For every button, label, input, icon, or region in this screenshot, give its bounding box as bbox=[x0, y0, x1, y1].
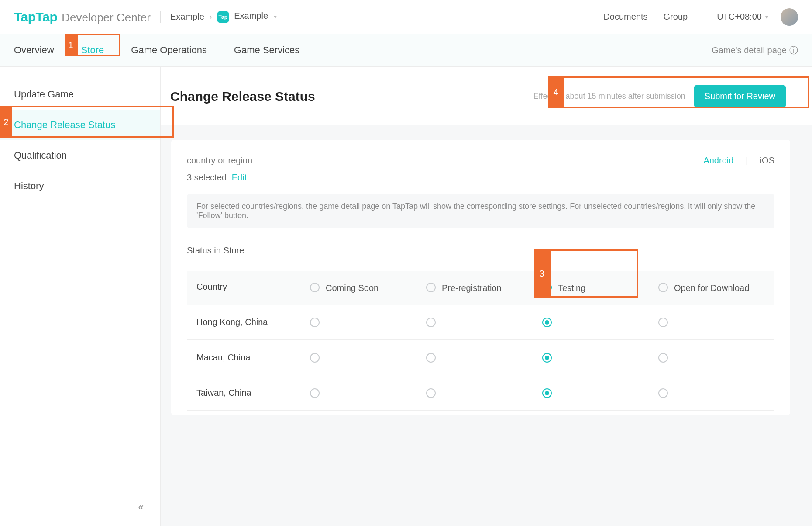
radio-testing[interactable] bbox=[542, 353, 552, 363]
tab-game-services[interactable]: Game Services bbox=[234, 45, 299, 56]
sidebar-item-history[interactable]: History bbox=[0, 171, 160, 201]
platform-ios[interactable]: iOS bbox=[760, 156, 774, 165]
callout-2-box bbox=[0, 106, 174, 138]
callout-1: 1 bbox=[65, 34, 77, 56]
logo-secondary: Developer Center bbox=[62, 11, 151, 24]
radio-coming-soon[interactable] bbox=[310, 353, 320, 363]
col-country-header: Country bbox=[196, 282, 310, 292]
chevron-down-icon: ▾ bbox=[765, 14, 768, 21]
release-card: country or region 3 selected Edit Androi… bbox=[171, 140, 790, 415]
radio-pre-registration[interactable] bbox=[426, 388, 436, 398]
main-content: country or region 3 selected Edit Androi… bbox=[161, 125, 812, 526]
radio-pre-registration[interactable] bbox=[426, 353, 436, 363]
status-section-label: Status in Store bbox=[187, 246, 774, 256]
sidebar-item-update-game[interactable]: Update Game bbox=[0, 79, 160, 110]
tab-overview[interactable]: Overview bbox=[14, 45, 54, 56]
row-country: Macau, China bbox=[196, 353, 310, 363]
nav-group[interactable]: Group bbox=[664, 12, 688, 22]
top-header: TapTap Developer Center Example › Tap Ex… bbox=[0, 0, 812, 34]
radio-pre-registration[interactable] bbox=[426, 318, 436, 327]
callout-2: 2 bbox=[0, 106, 12, 138]
col-coming-soon[interactable]: Coming Soon bbox=[310, 282, 426, 294]
platform-tabs: Android | iOS bbox=[703, 156, 774, 166]
callout-3: 3 bbox=[534, 249, 549, 298]
app-icon: Tap bbox=[217, 11, 229, 23]
radio-testing[interactable] bbox=[542, 318, 552, 327]
logo[interactable]: TapTap Developer Center bbox=[14, 10, 151, 24]
col-pre-registration[interactable]: Pre-registration bbox=[426, 282, 542, 294]
divider bbox=[701, 11, 701, 23]
chevron-right-circle-icon: ⓘ bbox=[789, 45, 798, 56]
collapse-sidebar-icon[interactable]: « bbox=[138, 502, 144, 513]
platform-android[interactable]: Android bbox=[703, 156, 733, 165]
table-row: Taiwan, China bbox=[187, 375, 774, 411]
breadcrumb-root[interactable]: Example bbox=[170, 12, 204, 22]
avatar[interactable] bbox=[781, 8, 798, 26]
row-country: Taiwan, China bbox=[196, 388, 310, 398]
breadcrumb-app[interactable]: Example bbox=[234, 11, 268, 21]
timezone-value: UTC+08:00 bbox=[717, 12, 762, 22]
country-section-label: country or region bbox=[187, 156, 252, 166]
chevron-down-icon[interactable]: ▾ bbox=[274, 13, 277, 20]
table-row: Macau, China bbox=[187, 340, 774, 375]
nav-documents[interactable]: Documents bbox=[603, 12, 647, 22]
main: Change Release Status Effective about 15… bbox=[161, 67, 812, 526]
table-row: Hong Kong, China bbox=[187, 305, 774, 340]
radio-coming-soon[interactable] bbox=[310, 318, 320, 327]
col-open-for-download[interactable]: Open for Download bbox=[658, 282, 774, 294]
radio-open-for-download[interactable] bbox=[658, 318, 668, 327]
table-header: Country Coming Soon Pre-registration Tes… bbox=[187, 271, 774, 305]
logo-primary: TapTap bbox=[14, 10, 57, 24]
callout-3-box bbox=[549, 249, 638, 298]
edit-countries-link[interactable]: Edit bbox=[232, 173, 247, 182]
callout-1-box bbox=[77, 34, 120, 56]
callout-4-box bbox=[563, 76, 809, 108]
radio-open-for-download[interactable] bbox=[658, 353, 668, 363]
row-country: Hong Kong, China bbox=[196, 317, 310, 327]
radio-testing[interactable] bbox=[542, 388, 552, 398]
sidebar-item-qualification[interactable]: Qualification bbox=[0, 140, 160, 171]
status-table: Country Coming Soon Pre-registration Tes… bbox=[187, 271, 774, 411]
callout-4: 4 bbox=[548, 76, 563, 108]
radio-open-for-download[interactable] bbox=[658, 388, 668, 398]
selected-count: 3 selected bbox=[187, 173, 227, 182]
game-detail-label: Game's detail page bbox=[712, 45, 787, 55]
divider: | bbox=[746, 156, 748, 165]
info-banner: For selected countries/regions, the game… bbox=[187, 194, 774, 228]
timezone-selector[interactable]: UTC+08:00 ▾ bbox=[717, 12, 768, 22]
chevron-right-icon: › bbox=[210, 12, 212, 21]
nav-bar: Overview Store Game Operations Game Serv… bbox=[0, 34, 812, 67]
game-detail-link[interactable]: Game's detail page ⓘ bbox=[712, 45, 798, 56]
divider bbox=[160, 11, 161, 23]
tab-game-operations[interactable]: Game Operations bbox=[131, 45, 207, 56]
page-title: Change Release Status bbox=[170, 89, 315, 104]
radio-coming-soon[interactable] bbox=[310, 388, 320, 398]
